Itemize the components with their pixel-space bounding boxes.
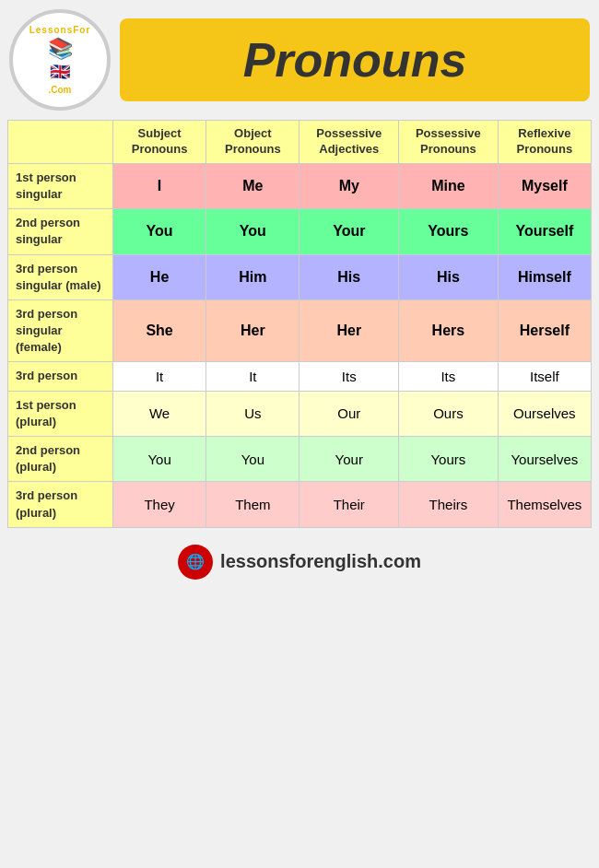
- header: LessonsFor 📚 🇬🇧 .Com Pronouns: [0, 0, 599, 116]
- col-header-poss-pro: PossessivePronouns: [399, 121, 499, 164]
- row-label: 2nd person singular: [8, 209, 113, 254]
- reflexive-cell: Herself: [498, 299, 591, 362]
- row-label: 3rd person (plural): [8, 482, 113, 527]
- row-label: 3rd person singular (female): [8, 299, 113, 362]
- row-label: 3rd person singular (male): [8, 254, 113, 299]
- reflexive-cell: Itself: [498, 362, 591, 391]
- col-header-poss-adj: PossessiveAdjectives: [300, 121, 399, 164]
- col-header-object: ObjectPronouns: [206, 121, 300, 164]
- footer-url: lessonsforenglish.com: [220, 551, 421, 572]
- poss-pro-cell: Hers: [399, 299, 499, 362]
- object-cell: You: [206, 437, 300, 482]
- logo-flag-icon: 🇬🇧: [29, 62, 91, 83]
- title-banner: Pronouns: [120, 18, 590, 101]
- table-row: 2nd person (plural)YouYouYourYoursYourse…: [8, 437, 592, 482]
- header-row: SubjectPronouns ObjectPronouns Possessiv…: [8, 121, 592, 164]
- poss-pro-cell: Yours: [399, 437, 499, 482]
- subject-cell: You: [112, 209, 206, 254]
- table-row: 3rd person (plural)TheyThemTheirTheirsTh…: [8, 482, 592, 527]
- object-cell: Him: [206, 254, 300, 299]
- poss-pro-cell: Its: [399, 362, 499, 391]
- subject-cell: We: [112, 391, 206, 436]
- object-cell: Me: [206, 163, 300, 208]
- page-title: Pronouns: [243, 32, 467, 88]
- poss-adj-cell: Her: [300, 299, 399, 362]
- poss-adj-cell: Our: [300, 391, 399, 436]
- subject-cell: They: [112, 482, 206, 527]
- reflexive-cell: Ourselves: [498, 391, 591, 436]
- subject-cell: He: [112, 254, 206, 299]
- logo: LessonsFor 📚 🇬🇧 .Com: [9, 9, 111, 111]
- row-label: 2nd person (plural): [8, 437, 113, 482]
- row-label: 1st person singular: [8, 163, 113, 208]
- col-header-empty: [8, 121, 113, 164]
- col-header-subject: SubjectPronouns: [112, 121, 206, 164]
- subject-cell: She: [112, 299, 206, 362]
- globe-icon: 🌐: [178, 545, 213, 580]
- poss-pro-cell: Ours: [399, 391, 499, 436]
- poss-pro-cell: Yours: [399, 209, 499, 254]
- logo-inner: LessonsFor 📚 🇬🇧 .Com: [29, 24, 91, 97]
- poss-adj-cell: Your: [300, 437, 399, 482]
- subject-cell: You: [112, 437, 206, 482]
- logo-books-icon: 📚: [29, 36, 91, 63]
- table-row: 1st person (plural)WeUsOurOursOurselves: [8, 391, 592, 436]
- reflexive-cell: Myself: [498, 163, 591, 208]
- table-row: 3rd person singular (female)SheHerHerHer…: [8, 299, 592, 362]
- poss-adj-cell: Its: [300, 362, 399, 391]
- poss-pro-cell: Theirs: [399, 482, 499, 527]
- poss-adj-cell: Your: [300, 209, 399, 254]
- subject-cell: It: [112, 362, 206, 391]
- logo-arc-top: LessonsFor: [29, 24, 91, 36]
- poss-adj-cell: Their: [300, 482, 399, 527]
- object-cell: Us: [206, 391, 300, 436]
- object-cell: It: [206, 362, 300, 391]
- row-label: 3rd person: [8, 362, 113, 391]
- object-cell: Them: [206, 482, 300, 527]
- reflexive-cell: Yourself: [498, 209, 591, 254]
- table-row: 3rd personItItItsItsItself: [8, 362, 592, 391]
- table-row: 1st person singularIMeMyMineMyself: [8, 163, 592, 208]
- row-label: 1st person (plural): [8, 391, 113, 436]
- pronouns-table: SubjectPronouns ObjectPronouns Possessiv…: [7, 120, 592, 528]
- poss-adj-cell: My: [300, 163, 399, 208]
- poss-pro-cell: His: [399, 254, 499, 299]
- reflexive-cell: Themselves: [498, 482, 591, 527]
- table-row: 3rd person singular (male)HeHimHisHisHim…: [8, 254, 592, 299]
- logo-com: .Com: [49, 85, 72, 95]
- subject-cell: I: [112, 163, 206, 208]
- table-row: 2nd person singularYouYouYourYoursYourse…: [8, 209, 592, 254]
- poss-adj-cell: His: [300, 254, 399, 299]
- col-header-reflexive: ReflexivePronouns: [498, 121, 591, 164]
- poss-pro-cell: Mine: [399, 163, 499, 208]
- table-container: SubjectPronouns ObjectPronouns Possessiv…: [0, 116, 599, 535]
- reflexive-cell: Yourselves: [498, 437, 591, 482]
- object-cell: You: [206, 209, 300, 254]
- object-cell: Her: [206, 299, 300, 362]
- reflexive-cell: Himself: [498, 254, 591, 299]
- footer: 🌐 lessonsforenglish.com: [0, 535, 599, 587]
